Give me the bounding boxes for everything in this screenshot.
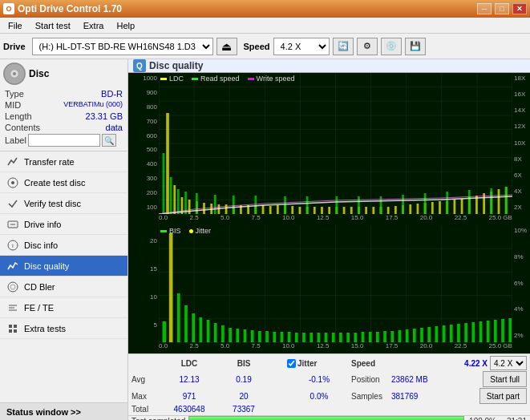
svg-rect-52: [262, 205, 265, 214]
status-text: Test completed: [131, 417, 185, 421]
menu-bar: File Start test Extra Help: [0, 18, 530, 34]
menu-file[interactable]: File: [3, 19, 27, 32]
svg-rect-76: [439, 201, 441, 214]
disc-icon: [3, 63, 26, 85]
drive-info-icon: [6, 218, 19, 231]
status-bar: Test completed 100.0% 31:31: [128, 415, 530, 420]
svg-rect-99: [402, 195, 404, 214]
sidebar-item-extra-tests[interactable]: Extra tests: [0, 318, 127, 339]
top-chart-bottom-axis: 0.02.55.07.510.012.515.017.520.022.525.0…: [159, 214, 512, 225]
sidebar-item-disc-info[interactable]: i Disc info: [0, 235, 127, 256]
top-chart: LDC Read speed Write speed 1000900800700…: [128, 73, 530, 225]
svg-rect-53: [269, 206, 272, 214]
sidebar: Disc Type BD-R MID VERBATIMu (000) Lengt…: [0, 59, 128, 420]
start-part-button[interactable]: Start part: [479, 388, 527, 404]
menu-extra[interactable]: Extra: [79, 19, 109, 32]
disc-section: Disc Type BD-R MID VERBATIMu (000) Lengt…: [0, 59, 127, 151]
sidebar-item-verify-test-disc[interactable]: Verify test disc: [0, 193, 127, 214]
minimize-button[interactable]: ─: [477, 3, 492, 14]
speed-select[interactable]: 4.2 X: [273, 38, 330, 55]
disc-label-input[interactable]: [28, 134, 100, 147]
svg-rect-152: [390, 331, 394, 342]
svg-rect-95: [306, 196, 309, 214]
top-chart-right-axis: 18X16X14X12X10X8X6X4X2X: [512, 73, 530, 212]
disc-quality-header: Q Disc quality: [128, 59, 530, 73]
svg-rect-162: [464, 323, 467, 342]
bottom-chart-legend: BIS Jitter: [160, 227, 211, 235]
svg-rect-64: [350, 207, 353, 214]
svg-rect-88: [177, 189, 180, 214]
svg-rect-140: [302, 333, 305, 342]
menu-start-test[interactable]: Start test: [30, 19, 75, 32]
app-title: Opti Drive Control 1.70: [18, 3, 122, 14]
svg-rect-57: [299, 207, 301, 214]
sidebar-item-transfer-rate[interactable]: Transfer rate: [0, 151, 127, 172]
svg-rect-128: [214, 323, 217, 342]
settings-button[interactable]: ⚙: [357, 38, 378, 55]
svg-rect-164: [479, 321, 483, 342]
refresh-button[interactable]: 🔄: [333, 38, 354, 55]
bottom-chart-right-axis: 10%8%6%4%2%: [512, 225, 530, 341]
svg-rect-122: [169, 233, 173, 342]
svg-rect-69: [387, 207, 390, 214]
transfer-rate-icon: [6, 155, 19, 168]
stats-section: LDC BIS Jitter Speed 4.22 X 4.2 X: [128, 353, 530, 415]
svg-rect-153: [399, 330, 402, 342]
svg-rect-91: [214, 195, 216, 214]
svg-rect-156: [420, 328, 423, 342]
svg-rect-160: [450, 325, 453, 342]
drive-toolbar: Drive (H:) HL-DT-ST BD-RE WH16NS48 1.D3 …: [0, 34, 530, 59]
sidebar-item-drive-info[interactable]: Drive info: [0, 214, 127, 235]
svg-rect-145: [339, 333, 342, 342]
sidebar-item-create-test-disc[interactable]: Create test disc: [0, 172, 127, 193]
svg-rect-84: [498, 189, 500, 214]
create-disc-icon: [6, 176, 19, 189]
svg-point-10: [10, 285, 15, 289]
drive-select[interactable]: (H:) HL-DT-ST BD-RE WH16NS48 1.D3: [32, 38, 213, 55]
max-label: Max: [131, 392, 162, 401]
svg-rect-72: [409, 204, 411, 214]
svg-rect-151: [383, 331, 386, 342]
top-chart-left-axis: 1000900800700600500400300200100: [128, 73, 159, 212]
svg-rect-59: [314, 207, 316, 214]
svg-rect-60: [321, 207, 323, 214]
status-window-button[interactable]: Status window >>: [0, 402, 127, 420]
sidebar-item-disc-quality[interactable]: Disc quality: [0, 256, 127, 277]
svg-rect-97: [358, 196, 360, 214]
bis-header: BIS: [216, 359, 271, 368]
disc-title: Disc: [29, 68, 49, 79]
sidebar-item-cd-bler[interactable]: CD Bler: [0, 277, 127, 297]
jitter-checkbox[interactable]: [287, 359, 296, 368]
close-button[interactable]: ✕: [512, 3, 527, 14]
bottom-chart-svg: [159, 225, 512, 342]
total-bis: 73367: [216, 405, 271, 414]
fe-te-icon: [6, 301, 19, 314]
svg-rect-63: [343, 207, 346, 214]
disc-button[interactable]: 💿: [381, 38, 402, 55]
content-area: Q Disc quality LDC Read speed Write spee…: [128, 59, 530, 420]
disc-quality-icon: [6, 260, 19, 273]
sidebar-item-fe-te[interactable]: FE / TE: [0, 297, 127, 318]
svg-rect-121: [163, 321, 167, 342]
svg-rect-144: [332, 333, 335, 342]
total-label: Total: [131, 405, 162, 414]
menu-help[interactable]: Help: [111, 19, 140, 32]
svg-rect-165: [487, 321, 490, 342]
save-button[interactable]: 💾: [405, 38, 426, 55]
progress-bar-inner: [189, 417, 463, 420]
svg-rect-166: [494, 320, 497, 342]
speed-select-stats[interactable]: 4.2 X: [490, 356, 527, 370]
svg-rect-96: [336, 196, 338, 214]
disc-label-btn[interactable]: 🔍: [102, 134, 116, 147]
svg-rect-139: [295, 333, 298, 342]
svg-rect-94: [284, 196, 286, 214]
maximize-button[interactable]: □: [495, 3, 509, 14]
bottom-chart: BIS Jitter 2015105 10%8%6%4%2% 0.02.55.0…: [128, 225, 530, 353]
start-full-button[interactable]: Start full: [483, 371, 527, 387]
disc-quality-icon-header: Q: [133, 59, 146, 72]
eject-button[interactable]: ⏏: [216, 38, 237, 55]
svg-rect-61: [328, 207, 330, 214]
svg-rect-129: [221, 325, 225, 342]
max-jitter: 0.0%: [287, 392, 351, 401]
cd-bler-icon: [6, 281, 19, 293]
